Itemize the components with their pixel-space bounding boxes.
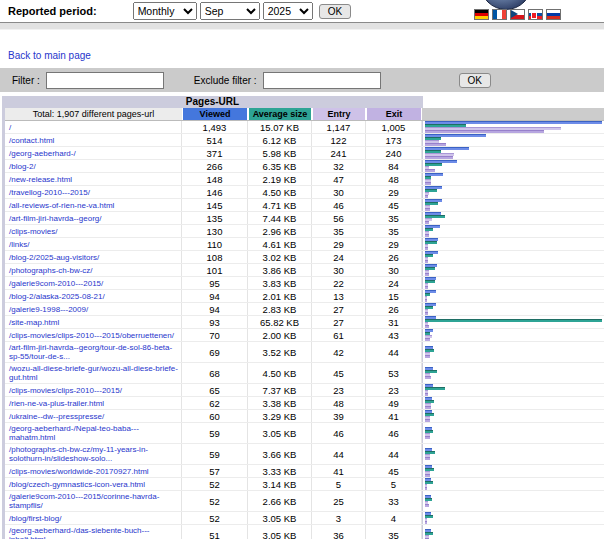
page-url-cell: /new-release.html [5,173,182,185]
average-size-value: 3.05 KB [248,423,312,443]
table-row: /georg-aeberhard-/3715.98 KB241240 [5,147,604,160]
table-row: /blog-2/2666.35 KB3284 [5,160,604,173]
slovak-flag-link[interactable] [528,9,543,20]
page-url-link[interactable]: /wozu-all-diese-briefe-gur/wozu-all-dies… [9,364,179,382]
filter-ok-button[interactable]: OK [459,73,491,88]
average-size-value: 3.29 KB [248,410,312,422]
viewed-value: 95 [182,277,248,289]
page-url-link[interactable]: /georg-aeberhard-/Nepal-teo-baba---mahat… [9,424,179,442]
entry-value: 30 [312,186,366,198]
viewed-value: 69 [182,342,248,362]
page-url-link[interactable]: / [9,123,11,132]
page-url-link[interactable]: /art-film-jiri-havrda--georg/ [9,214,101,223]
page-url-link[interactable]: /blog-2/ [9,162,36,171]
page-url-link[interactable]: /art-film-jiri-havrda--georg/tour-de-sol… [9,343,179,361]
page-url-link[interactable]: /georg-aeberhard-/ [9,149,76,158]
table-header-row: Total: 1,907 different pages-url Viewed … [5,108,604,121]
exit-value: 84 [366,160,422,172]
page-url-link[interactable]: /links/ [9,240,29,249]
page-url-link[interactable]: /galerie9-1998---2009/ [9,305,88,314]
back-to-main-link[interactable]: Back to main page [8,50,91,61]
average-size-value: 4.61 KB [248,238,312,250]
entry-value: 39 [312,410,366,422]
page-url-cell: /galerie9com-2010---2015/corinne-havrda-… [5,491,182,511]
viewed-value: 62 [182,397,248,409]
exit-value: 240 [366,147,422,159]
average-size-column-header: Average size [249,108,311,120]
page-url-link[interactable]: /rien-ne-va-plus-trailer.html [9,399,104,408]
russian-flag-link[interactable] [546,9,561,20]
filter-input[interactable] [46,72,164,89]
average-size-value: 7.44 KB [248,212,312,224]
entry-value: 29 [312,238,366,250]
exit-value: 35 [366,225,422,237]
exit-bar [425,143,446,146]
french-flag-link[interactable] [492,9,507,20]
row-bars [422,512,604,524]
period-ok-button[interactable]: OK [319,4,351,19]
entry-value: 22 [312,277,366,289]
page-url-link[interactable]: /clips-movies/clips-2010---2015/oberruet… [9,331,174,340]
year-select[interactable]: 2025 [263,2,313,20]
exit-bar [425,182,431,185]
exit-bar [425,273,429,276]
exit-value: 30 [366,264,422,276]
page-url-cell: /art-film-jiri-havrda--georg/tour-de-sol… [5,342,182,362]
average-size-value: 3.86 KB [248,264,312,276]
row-bars [422,173,604,185]
exit-bar [425,312,428,315]
period-type-select[interactable]: Monthly [133,2,197,20]
page-url-link[interactable]: /clips-movies/clips-2010---2015/ [9,386,122,395]
page-url-link[interactable]: /new-release.html [9,175,72,184]
exit-bar [425,325,429,328]
entry-value: 36 [312,525,366,539]
page-url-link[interactable]: /blog-2/2025-aug-visitors/ [9,253,99,262]
page-url-cell: /art-film-jiri-havrda--georg/ [5,212,182,224]
page-url-link[interactable]: /all-reviews-of-rien-ne-va.html [9,201,114,210]
page-url-link[interactable]: /photographs-ch-bw-cz/ [9,266,93,275]
page-url-link[interactable]: /clips-movies/ [9,227,57,236]
page-url-link[interactable]: /contact.html [9,136,54,145]
exclude-filter-input[interactable] [263,72,381,89]
row-bars [422,199,604,211]
table-row: /blog/czech-gymnastics-icon-vera.html523… [5,478,604,491]
page-url-link[interactable]: /site-map.html [9,318,59,327]
page-url-link[interactable]: /galerie9com-2010---2015/corinne-havrda-… [9,492,179,510]
month-select[interactable]: Sep [200,2,260,20]
page-url-link[interactable]: /clips-movies/worldwide-20170927.html [9,467,149,476]
average-size-value: 2.00 KB [248,329,312,341]
page-url-cell: /photographs-ch-bw-cz/my-11-years-in-sol… [5,444,182,464]
page-url-link[interactable]: /blog/first-blog/ [9,514,61,523]
exit-value: 1,005 [366,121,422,133]
viewed-value: 108 [182,251,248,263]
pages-table-body: /1,49315.07 KB1,1471,005/contact.html514… [5,121,604,539]
row-bars [422,251,604,263]
german-flag-link[interactable] [474,9,489,20]
table-row: /links/1104.61 KB2929 [5,238,604,251]
entry-value: 46 [312,423,366,443]
exit-value: 45 [366,199,422,211]
viewed-value: 52 [182,491,248,511]
table-row: /contact.html5146.12 KB122173 [5,134,604,147]
page-url-link[interactable]: /georg-aeberhard-/das-siebente-buch---in… [9,526,179,539]
page-url-link[interactable]: /blog/czech-gymnastics-icon-vera.html [9,480,145,489]
page-url-link[interactable]: /ukraine--dw--presspresse/ [9,412,104,421]
page-url-cell: /contact.html [5,134,182,146]
page-url-link[interactable]: /photographs-ch-bw-cz/my-11-years-in-sol… [9,445,179,463]
entry-value: 122 [312,134,366,146]
viewed-value: 145 [182,199,248,211]
average-size-value: 3.14 KB [248,478,312,490]
page-url-link[interactable]: /galerie9com-2010---2015/ [9,279,103,288]
page-url-link[interactable]: /travellog-2010---2015/ [9,188,90,197]
page-url-cell: /galerie9com-2010---2015/ [5,277,182,289]
czech-flag-link[interactable] [510,9,525,20]
page-url-cell: /georg-aeberhard-/ [5,147,182,159]
page-url-link[interactable]: /blog-2/alaska-2025-08-21/ [9,292,105,301]
toolbar-shadow-strip [0,23,604,30]
page-url-cell: /all-reviews-of-rien-ne-va.html [5,199,182,211]
table-row: /wozu-all-diese-briefe-gur/wozu-all-dies… [5,363,604,384]
entry-value: 23 [312,384,366,396]
exit-value: 45 [366,465,422,477]
row-bars [422,423,604,443]
exit-bar [425,234,429,237]
